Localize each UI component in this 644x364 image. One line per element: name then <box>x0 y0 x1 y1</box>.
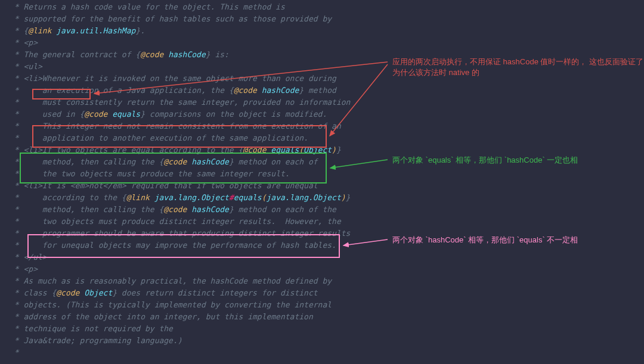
code-line: * <li>It is <em>not</em> required that i… <box>0 180 644 192</box>
code-line: * for unequal objects may improve the pe… <box>0 239 644 251</box>
code-line: * Java&trade; programming language.) <box>0 335 644 347</box>
code-line: * <ul> <box>0 61 644 73</box>
code-line: * <p> <box>0 37 644 49</box>
code-line: * used in {@code equals} comparisons on … <box>0 108 644 120</box>
code-editor[interactable]: * Returns a hash code value for the obje… <box>0 1 644 359</box>
code-line: * application to another execution of th… <box>0 132 644 144</box>
code-line: * As much as is reasonably practical, th… <box>0 275 644 287</box>
code-line: * </ul> <box>0 251 644 263</box>
code-line: * objects. (This is typically implemente… <box>0 299 644 311</box>
code-line: * The general contract of {@code hashCod… <box>0 49 644 61</box>
code-line: * <p> <box>0 263 644 275</box>
code-line: * supported for the benefit of hash tabl… <box>0 13 644 25</box>
code-line: * <box>0 347 644 359</box>
code-line: * <li>If two objects are equal according… <box>0 144 644 156</box>
code-line: * {@link java.util.HashMap}. <box>0 25 644 37</box>
code-line: * programmer should be aware that produc… <box>0 228 644 239</box>
code-line: * address of the object into an integer,… <box>0 311 644 323</box>
code-line: * <li>Whenever it is invoked on the same… <box>0 73 644 85</box>
code-line: * technique is not required by the <box>0 323 644 335</box>
code-line: * the two objects must produce the same … <box>0 168 644 180</box>
code-line: * must consistently return the same inte… <box>0 97 644 108</box>
code-line: * according to the {@link java.lang.Obje… <box>0 192 644 204</box>
code-line: * method, then calling the {@code hashCo… <box>0 156 644 168</box>
code-line: * an execution of a Java application, th… <box>0 85 644 97</box>
code-line: * class {@code Object} does return disti… <box>0 287 644 299</box>
code-line: * This integer need not remain consisten… <box>0 120 644 132</box>
code-line: * two objects must produce distinct inte… <box>0 216 644 228</box>
code-line: * Returns a hash code value for the obje… <box>0 1 644 13</box>
code-line: * method, then calling the {@code hashCo… <box>0 204 644 216</box>
